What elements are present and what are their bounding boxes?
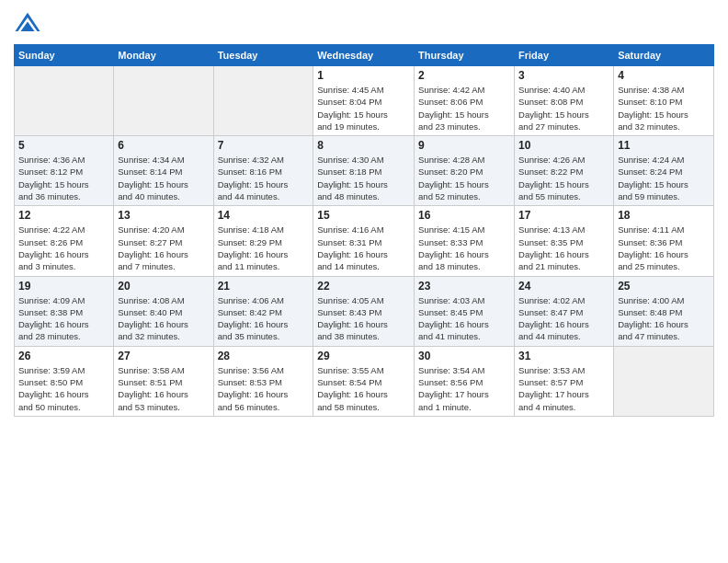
day-number: 11: [618, 139, 710, 152]
day-info: Sunrise: 4:40 AM Sunset: 8:08 PM Dayligh…: [518, 84, 609, 132]
day-number: 9: [418, 139, 510, 152]
day-info: Sunrise: 4:09 AM Sunset: 8:38 PM Dayligh…: [18, 294, 109, 343]
calendar-cell: 20Sunrise: 4:08 AM Sunset: 8:40 PM Dayli…: [114, 276, 213, 346]
day-info: Sunrise: 4:32 AM Sunset: 8:16 PM Dayligh…: [218, 154, 310, 202]
week-row-5: 26Sunrise: 3:59 AM Sunset: 8:50 PM Dayli…: [15, 346, 714, 416]
day-info: Sunrise: 4:13 AM Sunset: 8:35 PM Dayligh…: [518, 224, 609, 272]
weekday-header-row: SundayMondayTuesdayWednesdayThursdayFrid…: [15, 45, 714, 66]
day-number: 7: [218, 139, 310, 152]
week-row-3: 12Sunrise: 4:22 AM Sunset: 8:26 PM Dayli…: [15, 206, 714, 276]
day-info: Sunrise: 3:58 AM Sunset: 8:51 PM Dayligh…: [118, 364, 209, 413]
calendar-cell: 7Sunrise: 4:32 AM Sunset: 8:16 PM Daylig…: [213, 136, 313, 206]
calendar-cell: 3Sunrise: 4:40 AM Sunset: 8:08 PM Daylig…: [515, 66, 614, 136]
day-number: 30: [418, 350, 510, 362]
calendar-cell: 29Sunrise: 3:55 AM Sunset: 8:54 PM Dayli…: [313, 346, 415, 416]
calendar-table: SundayMondayTuesdayWednesdayThursdayFrid…: [14, 44, 714, 417]
calendar-cell: 1Sunrise: 4:45 AM Sunset: 8:04 PM Daylig…: [313, 66, 415, 136]
week-row-4: 19Sunrise: 4:09 AM Sunset: 8:38 PM Dayli…: [15, 276, 714, 346]
day-info: Sunrise: 4:20 AM Sunset: 8:27 PM Dayligh…: [118, 224, 209, 272]
day-info: Sunrise: 4:16 AM Sunset: 8:31 PM Dayligh…: [317, 224, 410, 272]
day-number: 25: [618, 280, 710, 293]
day-info: Sunrise: 4:08 AM Sunset: 8:40 PM Dayligh…: [118, 294, 209, 343]
header: [14, 9, 714, 37]
calendar-cell: 16Sunrise: 4:15 AM Sunset: 8:33 PM Dayli…: [415, 206, 515, 276]
weekday-monday: Monday: [114, 45, 213, 66]
week-row-2: 5Sunrise: 4:36 AM Sunset: 8:12 PM Daylig…: [15, 136, 714, 206]
day-info: Sunrise: 4:06 AM Sunset: 8:42 PM Dayligh…: [218, 294, 310, 343]
calendar-cell: 22Sunrise: 4:05 AM Sunset: 8:43 PM Dayli…: [313, 276, 415, 346]
calendar-cell: 21Sunrise: 4:06 AM Sunset: 8:42 PM Dayli…: [213, 276, 313, 346]
day-number: 22: [317, 280, 410, 293]
day-number: 2: [418, 69, 510, 82]
logo-icon: [14, 9, 41, 37]
day-info: Sunrise: 3:56 AM Sunset: 8:53 PM Dayligh…: [218, 364, 310, 413]
weekday-saturday: Saturday: [614, 45, 714, 66]
day-info: Sunrise: 4:05 AM Sunset: 8:43 PM Dayligh…: [317, 294, 410, 343]
calendar-cell: 17Sunrise: 4:13 AM Sunset: 8:35 PM Dayli…: [515, 206, 614, 276]
day-info: Sunrise: 4:36 AM Sunset: 8:12 PM Dayligh…: [18, 154, 109, 202]
calendar-cell: 13Sunrise: 4:20 AM Sunset: 8:27 PM Dayli…: [114, 206, 213, 276]
calendar-cell: 18Sunrise: 4:11 AM Sunset: 8:36 PM Dayli…: [614, 206, 714, 276]
day-info: Sunrise: 4:00 AM Sunset: 8:48 PM Dayligh…: [618, 294, 710, 343]
day-number: 4: [618, 69, 710, 82]
day-info: Sunrise: 4:45 AM Sunset: 8:04 PM Dayligh…: [317, 84, 410, 132]
day-number: 1: [317, 69, 410, 82]
day-number: 5: [18, 139, 109, 152]
calendar-cell: 12Sunrise: 4:22 AM Sunset: 8:26 PM Dayli…: [15, 206, 114, 276]
day-info: Sunrise: 4:28 AM Sunset: 8:20 PM Dayligh…: [418, 154, 510, 202]
day-number: 26: [18, 350, 109, 362]
week-row-1: 1Sunrise: 4:45 AM Sunset: 8:04 PM Daylig…: [15, 66, 714, 136]
calendar-cell: 28Sunrise: 3:56 AM Sunset: 8:53 PM Dayli…: [213, 346, 313, 416]
calendar-cell: 27Sunrise: 3:58 AM Sunset: 8:51 PM Dayli…: [114, 346, 213, 416]
day-info: Sunrise: 4:30 AM Sunset: 8:18 PM Dayligh…: [317, 154, 410, 202]
day-info: Sunrise: 4:24 AM Sunset: 8:24 PM Dayligh…: [618, 154, 710, 202]
logo: [14, 9, 45, 37]
calendar-cell: 4Sunrise: 4:38 AM Sunset: 8:10 PM Daylig…: [614, 66, 714, 136]
day-number: 16: [418, 209, 510, 222]
calendar-cell: [614, 346, 714, 416]
day-info: Sunrise: 3:54 AM Sunset: 8:56 PM Dayligh…: [418, 364, 510, 413]
weekday-sunday: Sunday: [15, 45, 114, 66]
day-number: 20: [118, 280, 209, 293]
calendar-cell: 24Sunrise: 4:02 AM Sunset: 8:47 PM Dayli…: [515, 276, 614, 346]
day-number: 6: [118, 139, 209, 152]
calendar-cell: 30Sunrise: 3:54 AM Sunset: 8:56 PM Dayli…: [415, 346, 515, 416]
calendar-cell: 11Sunrise: 4:24 AM Sunset: 8:24 PM Dayli…: [614, 136, 714, 206]
day-number: 8: [317, 139, 410, 152]
day-info: Sunrise: 4:03 AM Sunset: 8:45 PM Dayligh…: [418, 294, 510, 343]
weekday-tuesday: Tuesday: [213, 45, 313, 66]
day-number: 17: [518, 209, 609, 222]
calendar-cell: [15, 66, 114, 136]
day-info: Sunrise: 4:42 AM Sunset: 8:06 PM Dayligh…: [418, 84, 510, 132]
day-number: 13: [118, 209, 209, 222]
calendar-cell: 5Sunrise: 4:36 AM Sunset: 8:12 PM Daylig…: [15, 136, 114, 206]
day-number: 14: [218, 209, 310, 222]
calendar-cell: 2Sunrise: 4:42 AM Sunset: 8:06 PM Daylig…: [415, 66, 515, 136]
day-info: Sunrise: 4:22 AM Sunset: 8:26 PM Dayligh…: [18, 224, 109, 272]
weekday-friday: Friday: [515, 45, 614, 66]
day-info: Sunrise: 4:26 AM Sunset: 8:22 PM Dayligh…: [518, 154, 609, 202]
calendar-cell: 26Sunrise: 3:59 AM Sunset: 8:50 PM Dayli…: [15, 346, 114, 416]
day-number: 21: [218, 280, 310, 293]
day-info: Sunrise: 4:15 AM Sunset: 8:33 PM Dayligh…: [418, 224, 510, 272]
day-info: Sunrise: 3:59 AM Sunset: 8:50 PM Dayligh…: [18, 364, 109, 413]
day-number: 29: [317, 350, 410, 362]
day-number: 3: [518, 69, 609, 82]
calendar-cell: 19Sunrise: 4:09 AM Sunset: 8:38 PM Dayli…: [15, 276, 114, 346]
day-info: Sunrise: 4:34 AM Sunset: 8:14 PM Dayligh…: [118, 154, 209, 202]
day-number: 19: [18, 280, 109, 293]
day-number: 18: [618, 209, 710, 222]
calendar-cell: 31Sunrise: 3:53 AM Sunset: 8:57 PM Dayli…: [515, 346, 614, 416]
day-number: 15: [317, 209, 410, 222]
calendar-cell: 14Sunrise: 4:18 AM Sunset: 8:29 PM Dayli…: [213, 206, 313, 276]
weekday-thursday: Thursday: [415, 45, 515, 66]
calendar-cell: [213, 66, 313, 136]
day-info: Sunrise: 3:53 AM Sunset: 8:57 PM Dayligh…: [518, 364, 609, 413]
day-number: 31: [518, 350, 609, 362]
day-number: 10: [518, 139, 609, 152]
day-info: Sunrise: 4:38 AM Sunset: 8:10 PM Dayligh…: [618, 84, 710, 132]
weekday-wednesday: Wednesday: [313, 45, 415, 66]
day-number: 27: [118, 350, 209, 362]
calendar-cell: [114, 66, 213, 136]
day-info: Sunrise: 4:11 AM Sunset: 8:36 PM Dayligh…: [618, 224, 710, 272]
